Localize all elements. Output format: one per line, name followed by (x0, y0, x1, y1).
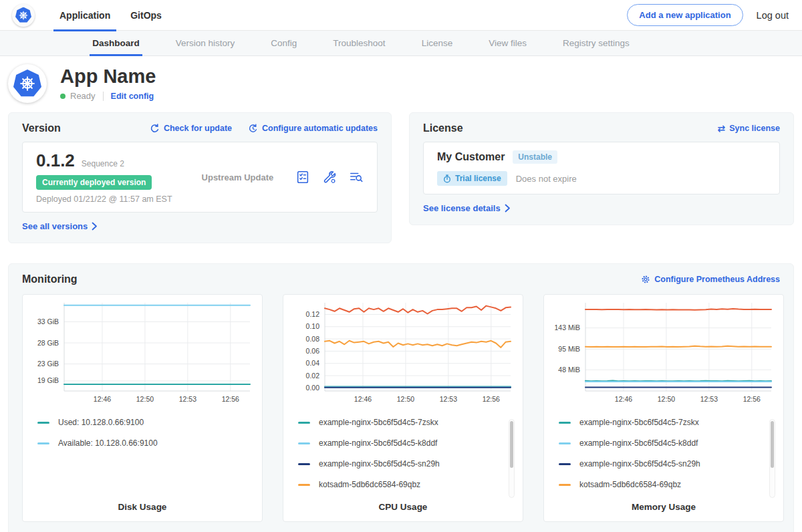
config-wrench-icon[interactable] (322, 170, 337, 184)
tab-dashboard[interactable]: Dashboard (90, 31, 142, 55)
chart-title: Disk Usage (29, 502, 255, 513)
license-summary: My Customer Unstable Trial license Does … (423, 142, 780, 194)
svg-text:0.04: 0.04 (306, 359, 320, 367)
see-all-versions-link[interactable]: See all versions (22, 221, 98, 231)
configure-automatic-updates-label: Configure automatic updates (262, 124, 378, 133)
topnav-tab-gitops[interactable]: GitOps (120, 0, 172, 31)
disk-usage-plot: 33 GiB28 GiB23 GiB19 GiB12:4612:5012:531… (29, 303, 255, 410)
svg-text:0.02: 0.02 (306, 372, 320, 380)
kubernetes-logo[interactable] (12, 4, 35, 27)
legend-swatch (559, 463, 571, 465)
configure-prometheus-link[interactable]: Configure Prometheus Address (641, 275, 780, 284)
license-expiration: Does not expire (516, 174, 577, 184)
page-title: App Name (60, 66, 156, 88)
tab-registry-settings[interactable]: Registry settings (560, 31, 632, 55)
clock-refresh-icon (248, 124, 258, 134)
legend-item: example-nginx-5bc6f5d4c5-k8ddf (559, 438, 777, 448)
svg-text:12:50: 12:50 (397, 395, 414, 403)
scrollbar-thumb[interactable] (771, 421, 774, 468)
tab-troubleshoot[interactable]: Troubleshoot (330, 31, 388, 55)
legend-label: kotsadm-5db6dc6584-69qbz (579, 480, 681, 489)
configure-automatic-updates-link[interactable]: Configure automatic updates (248, 124, 378, 134)
trial-license-badge: Trial license (437, 171, 507, 186)
tab-license[interactable]: License (419, 31, 456, 55)
legend-swatch (559, 484, 571, 486)
svg-text:12:53: 12:53 (179, 395, 196, 403)
sync-license-link[interactable]: ⇄ Sync license (718, 124, 780, 133)
chevron-right-icon (505, 204, 511, 213)
license-card-title: License (423, 122, 463, 134)
svg-text:12:53: 12:53 (440, 395, 457, 403)
svg-text:0.10: 0.10 (306, 322, 320, 330)
legend-label: example-nginx-5bc6f5d4c5-k8ddf (579, 438, 698, 448)
svg-text:12:56: 12:56 (222, 395, 239, 403)
preflight-checks-icon[interactable] (295, 170, 310, 184)
svg-text:28 GiB: 28 GiB (37, 339, 59, 347)
svg-text:95 MiB: 95 MiB (558, 345, 580, 353)
memory-usage-plot: 143 MiB95 MiB48 MiB12:4612:5012:5312:56 (551, 303, 777, 410)
deployed-timestamp: Deployed 01/21/22 @ 11:57 am EST (36, 194, 172, 204)
svg-text:12:46: 12:46 (94, 395, 111, 403)
legend-label: example-nginx-5bc6f5d4c5-sn29h (579, 459, 700, 469)
legend-label: kotsadm-5db6dc6584-69qbz (319, 480, 420, 489)
version-card: Version Check for update Configure au (8, 112, 392, 243)
trial-license-label: Trial license (455, 174, 501, 183)
deploy-logs-icon[interactable] (349, 170, 364, 184)
sync-license-label: Sync license (729, 124, 780, 133)
version-number: 0.1.2 (36, 150, 75, 171)
legend-label: example-nginx-5bc6f5d4c5-sn29h (319, 459, 440, 469)
svg-text:0.08: 0.08 (306, 335, 320, 343)
legend-swatch (298, 463, 310, 465)
tab-version-history[interactable]: Version history (173, 31, 238, 55)
stopwatch-icon (443, 174, 451, 183)
check-for-update-link[interactable]: Check for update (150, 124, 232, 134)
version-card-title: Version (22, 122, 61, 134)
legend-item: example-nginx-5bc6f5d4c5-sn29h (559, 459, 777, 469)
chevron-right-icon (92, 222, 98, 231)
see-license-details-link[interactable]: See license details (423, 203, 511, 213)
legend-item: example-nginx-5bc6f5d4c5-7zskx (559, 418, 777, 427)
legend-swatch (37, 442, 49, 444)
app-header: App Name Ready Edit config (0, 56, 802, 112)
legend-label: example-nginx-5bc6f5d4c5-7zskx (319, 418, 438, 427)
monitoring-title: Monitoring (22, 273, 78, 285)
legend-label: example-nginx-5bc6f5d4c5-7zskx (579, 418, 699, 427)
svg-text:12:50: 12:50 (136, 395, 154, 403)
add-new-application-button[interactable]: Add a new application (627, 4, 743, 26)
svg-text:19 GiB: 19 GiB (37, 376, 59, 384)
legend-label: Used: 10.128.0.66:9100 (58, 418, 144, 427)
legend-scrollbar[interactable] (509, 419, 515, 498)
svg-text:12:53: 12:53 (700, 395, 718, 403)
legend-label: Available: 10.128.0.66:9100 (58, 438, 158, 448)
tab-config[interactable]: Config (268, 31, 299, 55)
memory-usage-legend: example-nginx-5bc6f5d4c5-7zskx example-n… (559, 418, 777, 502)
logout-button[interactable]: Log out (757, 10, 789, 21)
scrollbar-thumb[interactable] (510, 421, 513, 468)
legend-item: kotsadm-5db6dc6584-69qbz (298, 480, 516, 489)
svg-text:23 GiB: 23 GiB (37, 360, 59, 368)
see-all-versions-label: See all versions (22, 221, 88, 231)
edit-config-link[interactable]: Edit config (111, 92, 154, 101)
kubernetes-helm-icon (15, 7, 31, 23)
svg-text:12:50: 12:50 (658, 395, 675, 403)
customer-name: My Customer (437, 151, 505, 163)
svg-text:33 GiB: 33 GiB (37, 317, 59, 325)
svg-text:0.12: 0.12 (306, 310, 320, 318)
disk-usage-legend: Used: 10.128.0.66:9100 Available: 10.128… (37, 418, 255, 502)
topnav-tab-application[interactable]: Application (49, 0, 120, 31)
svg-text:0.00: 0.00 (306, 384, 320, 392)
tab-view-files[interactable]: View files (486, 31, 529, 55)
app-avatar (8, 64, 47, 103)
cpu-usage-chart-card: 0.120.100.080.060.040.020.0012:4612:5012… (283, 294, 523, 522)
configure-prometheus-label: Configure Prometheus Address (654, 275, 780, 284)
svg-text:48 MiB: 48 MiB (558, 366, 580, 374)
kubernetes-helm-icon (13, 70, 41, 98)
legend-item: example-nginx-5bc6f5d4c5-sn29h (298, 459, 516, 469)
legend-item: kotsadm-5db6dc6584-69qbz (559, 480, 777, 489)
top-nav: Application GitOps Add a new application… (0, 0, 802, 31)
cpu-usage-plot: 0.120.100.080.060.040.020.0012:4612:5012… (290, 303, 516, 410)
channel-badge: Unstable (513, 150, 557, 164)
svg-text:12:46: 12:46 (354, 395, 372, 403)
divider (103, 92, 104, 101)
legend-scrollbar[interactable] (769, 419, 775, 498)
